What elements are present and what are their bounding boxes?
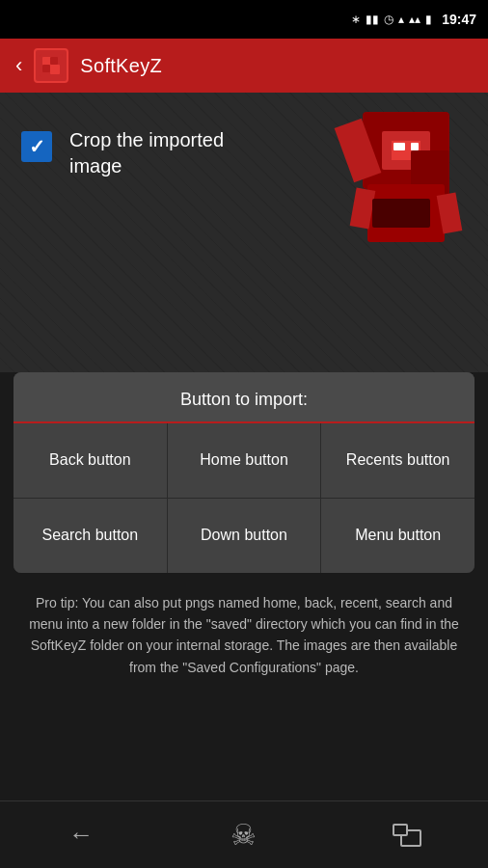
app-logo <box>34 48 68 83</box>
wifi-icon: ▴ <box>398 13 404 26</box>
recents-icon <box>393 824 421 847</box>
decorative-image <box>285 93 488 314</box>
nav-back-button[interactable]: ← <box>42 811 120 859</box>
battery-icon: ▮ <box>425 13 432 26</box>
status-time: 19:47 <box>442 12 476 27</box>
vibrate-icon: ▮▮ <box>366 13 379 26</box>
svg-rect-14 <box>411 143 419 150</box>
nav-recents-button[interactable] <box>368 811 446 859</box>
import-header: Button to import: <box>14 372 474 423</box>
status-bar: ∗ ▮▮ ◷ ▴ ▴▴ ▮ 19:47 <box>0 0 488 39</box>
app-title: SoftKeyZ <box>80 55 162 77</box>
checkmark-icon: ✓ <box>29 135 45 158</box>
menu-button-option[interactable]: Menu button <box>321 499 474 573</box>
back-arrow-icon: ← <box>68 820 94 850</box>
main-content: ✓ Crop the importedimage <box>0 93 488 372</box>
pro-tip-text: Pro tip: You can also put pngs named hom… <box>29 595 459 675</box>
svg-rect-2 <box>50 65 60 74</box>
crop-checkbox[interactable]: ✓ <box>19 129 54 164</box>
toolbar: ‹ SoftKeyZ <box>0 39 488 93</box>
back-button-option[interactable]: Back button <box>14 423 167 498</box>
import-title: Button to import: <box>180 390 308 409</box>
crop-label: Crop the importedimage <box>69 127 224 179</box>
recents-button-option[interactable]: Recents button <box>321 423 474 498</box>
svg-rect-13 <box>393 143 405 150</box>
buttons-grid: Back button Home button Recents button S… <box>14 423 474 573</box>
svg-rect-3 <box>42 65 50 72</box>
skull-icon: ☠ <box>230 818 257 852</box>
back-button[interactable]: ‹ <box>15 53 22 78</box>
alarm-icon: ◷ <box>384 13 393 26</box>
signal-icon: ▴▴ <box>409 13 420 26</box>
svg-rect-4 <box>50 57 58 65</box>
import-section: Button to import: Back button Home butto… <box>14 372 474 573</box>
search-button-option[interactable]: Search button <box>14 499 167 573</box>
crop-section: ✓ Crop the importedimage <box>19 122 224 179</box>
bottom-nav: ← ☠ <box>0 800 488 868</box>
bluetooth-icon: ∗ <box>351 13 361 26</box>
status-icons: ∗ ▮▮ ◷ ▴ ▴▴ ▮ <box>351 13 432 26</box>
home-button-option[interactable]: Home button <box>168 423 321 498</box>
nav-home-button[interactable]: ☠ <box>205 811 283 859</box>
pro-tip: Pro tip: You can also put pngs named hom… <box>0 573 488 698</box>
svg-rect-15 <box>372 199 430 228</box>
down-button-option[interactable]: Down button <box>168 499 321 573</box>
